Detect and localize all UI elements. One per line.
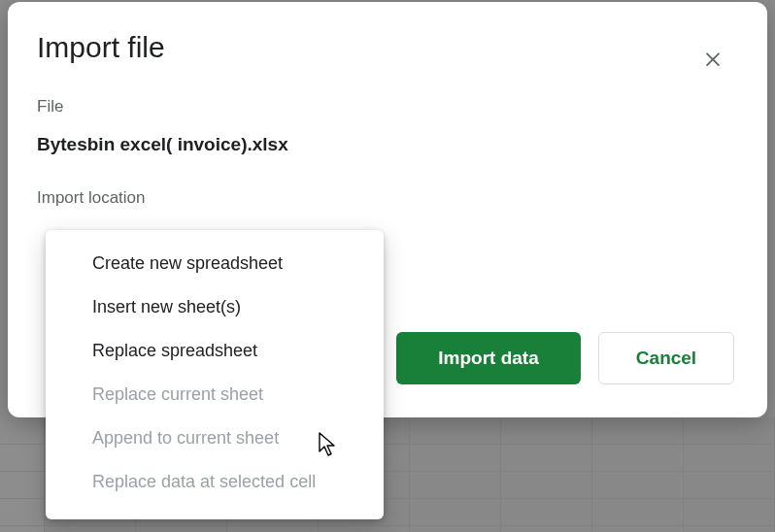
file-label: File [37,97,738,116]
menu-item-append-to-current-sheet: Append to current sheet [46,416,384,460]
file-name: Bytesbin excel( invoice).xlsx [37,134,738,155]
menu-item-replace-data-at-selected-cell: Replace data at selected cell [46,460,384,504]
cancel-button[interactable]: Cancel [598,332,734,384]
dialog-button-row: Import data Cancel [396,332,734,384]
dialog-title: Import file [37,31,738,64]
menu-item-replace-spreadsheet[interactable]: Replace spreadsheet [46,329,384,373]
close-icon [702,48,724,73]
menu-item-create-new-spreadsheet[interactable]: Create new spreadsheet [46,242,384,285]
close-button[interactable] [691,39,734,82]
import-location-label: Import location [37,188,738,208]
menu-item-replace-current-sheet: Replace current sheet [46,373,384,416]
menu-item-insert-new-sheets[interactable]: Insert new sheet(s) [46,285,384,329]
import-location-dropdown-menu: Create new spreadsheet Insert new sheet(… [46,230,384,519]
import-data-button[interactable]: Import data [396,332,581,384]
